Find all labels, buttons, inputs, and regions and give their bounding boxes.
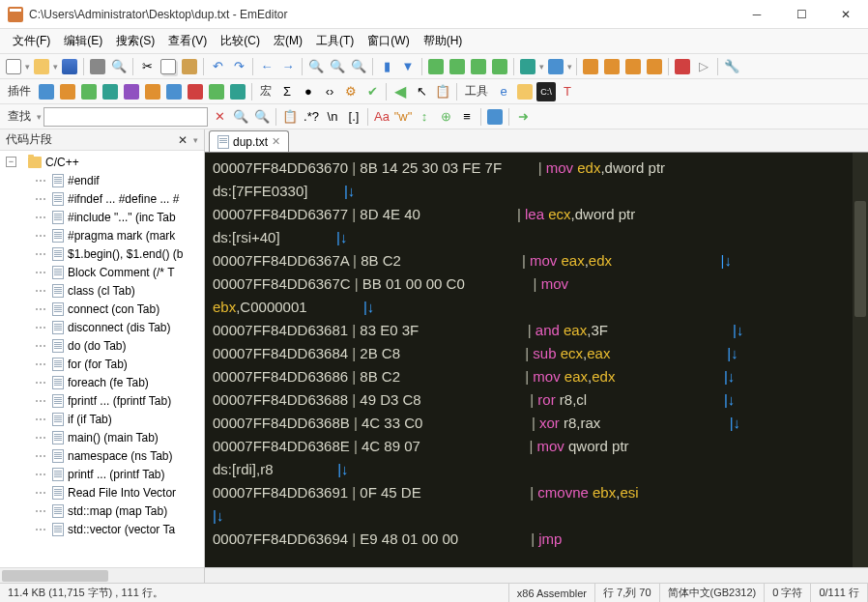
f9[interactable]: ≡ xyxy=(457,107,477,127)
menu-item[interactable]: 文件(F) xyxy=(6,30,57,52)
tab-dup[interactable]: dup.txt ✕ xyxy=(209,130,289,152)
m7[interactable]: ↖ xyxy=(412,82,431,101)
new-button[interactable] xyxy=(4,57,23,76)
forward-button[interactable]: → xyxy=(278,57,298,76)
help-button[interactable]: 🔧 xyxy=(722,57,741,76)
p10[interactable] xyxy=(228,82,247,101)
m6[interactable]: ◀ xyxy=(391,82,410,101)
f11[interactable]: ➜ xyxy=(513,107,533,127)
compare3-button[interactable] xyxy=(623,57,643,76)
sidebar-menu-button[interactable]: ▾ xyxy=(193,135,198,145)
snippet-item[interactable]: ⋯Block Comment (/* T xyxy=(2,263,204,281)
preview-button[interactable]: 🔍 xyxy=(109,57,129,76)
menu-item[interactable]: 比较(C) xyxy=(214,30,267,52)
snippet-item[interactable]: ⋯main() (main Tab) xyxy=(2,428,204,446)
f5[interactable]: Aa xyxy=(372,107,391,127)
play-button[interactable]: ▷ xyxy=(694,57,713,76)
editor-hscroll[interactable] xyxy=(205,567,868,583)
snippet-item[interactable]: ⋯namespace (ns Tab) xyxy=(2,446,204,465)
save-button[interactable] xyxy=(60,57,79,76)
close-button[interactable]: ✕ xyxy=(824,0,868,29)
p8[interactable] xyxy=(186,82,205,101)
p6[interactable] xyxy=(143,82,162,101)
f1[interactable]: 📋 xyxy=(280,107,300,127)
f10[interactable] xyxy=(485,107,505,127)
f6[interactable]: "w" xyxy=(393,107,413,127)
code-editor[interactable]: 00007FF84DD63670 | 8B 14 25 30 03 FE 7F … xyxy=(205,153,853,567)
rec-button[interactable] xyxy=(673,57,692,76)
snippet-item[interactable]: ⋯do (do Tab) xyxy=(2,336,204,355)
p7[interactable] xyxy=(164,82,184,101)
find-prev-button[interactable]: 🔍 xyxy=(231,107,250,127)
snippet-item[interactable]: ⋯#ifndef ... #define ... # xyxy=(2,189,204,208)
menu-item[interactable]: 帮助(H) xyxy=(417,30,470,52)
csv1-button[interactable] xyxy=(426,57,446,76)
find-close-button[interactable]: ✕ xyxy=(210,107,229,127)
csv2-button[interactable] xyxy=(448,57,467,76)
find-next-button[interactable]: 🔍 xyxy=(252,107,272,127)
tree-folder[interactable]: −C/C++ xyxy=(2,153,204,171)
redo-button[interactable]: ↷ xyxy=(229,57,248,76)
snippet-item[interactable]: ⋯class (cl Tab) xyxy=(2,281,204,300)
compare4-button[interactable] xyxy=(645,57,664,76)
snippet-item[interactable]: ⋯for (for Tab) xyxy=(2,355,204,373)
m1[interactable]: Σ xyxy=(277,82,297,101)
snippet-item[interactable]: ⋯if (if Tab) xyxy=(2,410,204,428)
t2[interactable] xyxy=(515,82,535,101)
menu-item[interactable]: 工具(T) xyxy=(309,30,361,52)
sort-button[interactable] xyxy=(518,57,537,76)
sidebar-close-button[interactable]: ✕ xyxy=(178,133,188,147)
f7[interactable]: ↕ xyxy=(415,107,434,127)
snippet-item[interactable]: ⋯#include "..." (inc Tab xyxy=(2,208,204,226)
undo-button[interactable]: ↶ xyxy=(208,57,227,76)
m2[interactable]: ● xyxy=(299,82,318,101)
find-button[interactable]: 🔍 xyxy=(306,57,326,76)
back-button[interactable]: ← xyxy=(257,57,276,76)
f3[interactable]: \n xyxy=(323,107,342,127)
cut-button[interactable]: ✂ xyxy=(137,57,157,76)
p2[interactable] xyxy=(58,82,77,101)
snippet-item[interactable]: ⋯printf ... (printf Tab) xyxy=(2,465,204,483)
compare-button[interactable] xyxy=(581,57,600,76)
snippet-item[interactable]: ⋯disconnect (dis Tab) xyxy=(2,318,204,336)
minimize-button[interactable]: ─ xyxy=(735,0,779,29)
p9[interactable] xyxy=(207,82,226,101)
snippet-item[interactable]: ⋯Read File Into Vector xyxy=(2,483,204,502)
t4[interactable]: T xyxy=(558,82,577,101)
menu-item[interactable]: 搜索(S) xyxy=(109,30,161,52)
copy-button[interactable] xyxy=(159,57,178,76)
snippet-item[interactable]: ⋯std::map (map Tab) xyxy=(2,502,204,520)
snippet-item[interactable]: ⋯$1.begin(), $1.end() (b xyxy=(2,244,204,263)
snippet-tree[interactable]: −C/C++⋯#endif⋯#ifndef ... #define ... #⋯… xyxy=(0,151,204,567)
dup-button[interactable] xyxy=(546,57,565,76)
f4[interactable]: [.] xyxy=(344,107,363,127)
editor-vscroll[interactable] xyxy=(853,153,868,567)
snippet-item[interactable]: ⋯connect (con Tab) xyxy=(2,300,204,318)
compare2-button[interactable] xyxy=(602,57,622,76)
maximize-button[interactable]: ☐ xyxy=(779,0,824,29)
f2[interactable]: .*? xyxy=(302,107,321,127)
m5[interactable]: ✔ xyxy=(362,82,382,101)
snippet-item[interactable]: ⋯#pragma mark (mark xyxy=(2,226,204,244)
m4[interactable]: ⚙ xyxy=(341,82,361,101)
print-button[interactable] xyxy=(88,57,107,76)
open-button[interactable] xyxy=(32,57,51,76)
filter-button[interactable]: ▼ xyxy=(398,57,418,76)
menu-item[interactable]: 宏(M) xyxy=(267,30,309,52)
snippet-item[interactable]: ⋯fprintf ... (fprintf Tab) xyxy=(2,391,204,410)
find-files-button[interactable]: 🔍 xyxy=(349,57,368,76)
menu-item[interactable]: 编辑(E) xyxy=(57,30,109,52)
m3[interactable]: ‹› xyxy=(320,82,339,101)
snippet-item[interactable]: ⋯#endif xyxy=(2,171,204,189)
p3[interactable] xyxy=(79,82,99,101)
snippet-item[interactable]: ⋯std::vector (vector Ta xyxy=(2,520,204,538)
snippet-item[interactable]: ⋯foreach (fe Tab) xyxy=(2,373,204,391)
menu-item[interactable]: 窗口(W) xyxy=(361,30,416,52)
p1[interactable] xyxy=(37,82,56,101)
bookmark-button[interactable]: ▮ xyxy=(377,57,396,76)
p4[interactable] xyxy=(101,82,120,101)
t3[interactable]: C:\ xyxy=(536,82,556,101)
t1[interactable]: e xyxy=(494,82,513,101)
csv4-button[interactable] xyxy=(490,57,509,76)
replace-button[interactable]: 🔍 xyxy=(328,57,347,76)
